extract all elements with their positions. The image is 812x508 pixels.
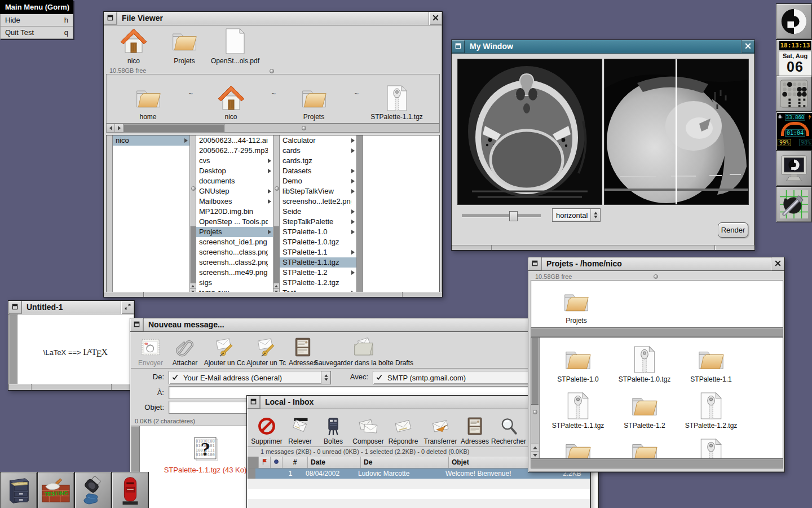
scroll-left-button[interactable] [107,124,115,132]
file-icon-cell[interactable] [545,438,611,459]
slider-knob[interactable] [509,211,518,221]
browser-item[interactable]: cvs [196,156,273,166]
dock-tile-clock[interactable]: 18:13:13 Sat, Aug 06 [776,40,812,78]
browser-item[interactable]: STPalette-1.2 [280,268,356,278]
toolbar-button[interactable]: Transferrer [421,410,460,445]
miniaturize-button[interactable] [528,257,542,270]
miniaturize-button[interactable] [452,40,465,53]
browser-item[interactable]: MP120D.img.bin [196,207,273,217]
browser-item[interactable]: screensho...lette2.png [280,196,356,207]
shelf-icon-cell[interactable]: Projets ~ [272,75,355,123]
toolbar-button[interactable]: Adresses [461,410,489,445]
horizontal-scrollbar[interactable] [531,459,783,468]
dock-tile-tools[interactable] [776,186,812,222]
dock-tile-battery[interactable]: 33.860 01:04 99% 98% [776,112,812,151]
browser-item[interactable]: Projets [196,227,273,237]
browser-item[interactable]: GNUstep [196,186,273,196]
browser-item[interactable]: screensho...class.png [196,247,273,257]
file-icon-cell[interactable]: STPalette-1.2 [611,392,678,438]
browser-item[interactable]: STPalette-1.1.tgz [280,257,356,268]
shelf-icon-cell[interactable]: home ~ [107,75,189,123]
file-icon-cell[interactable]: STPalette-1.1.tgz [545,392,611,438]
dock-tile-monitor[interactable] [776,150,812,186]
window-resize-bar[interactable] [452,245,754,250]
file-icon-cell[interactable]: OpenSt...ols.pdf [210,28,261,65]
flag-column-header[interactable] [259,457,271,468]
close-button[interactable] [771,257,784,270]
column-scrollbar[interactable] [190,135,196,294]
file-icon-cell[interactable] [611,438,678,459]
dock-tile-gnumail[interactable] [112,472,149,508]
toolbar-button[interactable]: Ajouter un Cc [203,333,246,367]
toolbar-button[interactable]: Sauvegarder dans la boîte Drafts [312,333,415,367]
browser-item[interactable]: screenshot_ide1.png [196,237,273,247]
browser-item[interactable]: Desktop [196,166,273,176]
browser-item[interactable]: STPalette-1.0.tgz [280,237,356,247]
projets-titlebar[interactable]: Projets - /home/nico [528,257,784,271]
untitled-titlebar[interactable]: Untitled-1 [8,301,134,314]
file-icon-cell[interactable]: STPalette-1.2.tgz [678,392,744,438]
date-column-header[interactable]: Date [308,457,361,468]
orientation-popup[interactable]: horizontal [552,208,601,222]
file-icon-cell[interactable]: STPalette-1.0.tgz [611,345,678,392]
toolbar-button[interactable]: Boîtes [319,410,348,445]
column-scrollbar[interactable] [273,135,280,294]
document-canvas[interactable]: \LaTeX ==> LATEX [17,314,134,384]
file-icon-cell[interactable]: STPalette-1.1 [678,345,744,392]
file-icon-cell[interactable] [678,438,744,459]
miniaturize-button[interactable] [8,301,22,314]
window-resize-bar[interactable] [104,292,442,297]
browser-item[interactable]: nico [113,135,189,146]
file-viewer-titlebar[interactable]: File Viewer [104,12,442,25]
browser-item[interactable]: sigs [196,278,273,288]
browser-item[interactable]: STPalette-1.1 [280,247,356,257]
toolbar-button[interactable]: Supprimer [251,410,283,445]
toolbar-button[interactable]: Ajouter un Tc [245,333,288,367]
scrollbar-thumb[interactable] [531,338,539,405]
browser-item[interactable]: screensh...me49.png [196,268,273,278]
dock-tile-dots[interactable] [776,76,812,112]
shelf-icon-cell[interactable]: STPalette-1.1.tgz [355,75,438,123]
browser-item[interactable]: 2005062...7-295.mp3 [196,146,273,156]
resize-dimple[interactable] [270,69,274,73]
file-icon-cell[interactable]: Projets [159,28,210,65]
browser-item[interactable]: STPalette-1.2.tgz [280,278,356,288]
browser-item[interactable]: STPalette-1.0 [280,227,356,237]
scrollbar-thumb[interactable] [123,124,224,132]
menu-title[interactable]: Main Menu (Gorm) [0,0,73,14]
scrollbar-arrows[interactable] [531,444,539,458]
file-icon-cell[interactable]: STPalette-1.0 [545,345,611,392]
dock-tile-gworkspace[interactable] [0,472,37,508]
dock-tile-ink[interactable] [74,472,112,508]
window-resize-bar[interactable] [8,384,134,390]
from-column-header[interactable]: De [361,457,449,468]
browser-item[interactable]: cards.tgz [280,156,356,166]
browser-item[interactable]: 20050623...44-112.aif [196,135,273,146]
browser-item[interactable]: documents [196,176,273,186]
browser-item[interactable]: screensh...class2.png [196,257,273,268]
close-button[interactable] [741,40,754,53]
column-scrollbar[interactable] [107,135,113,294]
vertical-scrollbar[interactable] [9,314,17,384]
toolbar-button[interactable]: Répondre [386,410,420,445]
scroll-up-button[interactable] [531,444,539,451]
menu-item[interactable]: Quit Test q [0,27,73,39]
miniaturize-button[interactable] [247,396,261,409]
resize-dimple[interactable] [654,274,658,279]
close-button[interactable] [121,301,134,314]
browser-item[interactable]: Datasets [280,166,356,176]
column-scrollbar[interactable] [357,135,363,294]
browser-item[interactable]: Seide [280,207,356,217]
opacity-slider[interactable] [462,211,541,220]
browser-item[interactable]: Calculator [280,135,356,146]
browser-item[interactable]: OpenStep ... Tools.pdf [196,217,273,227]
toolbar-button[interactable]: Composer [351,410,385,445]
from-popup[interactable]: Your E-Mail address (General) [169,371,331,384]
shelf-scrollbar[interactable] [106,124,440,133]
scroll-up-button[interactable] [273,283,279,288]
status-column-header[interactable] [271,457,283,468]
menu-item[interactable]: Hide h [0,14,73,27]
my-window-titlebar[interactable]: My Window [452,40,754,54]
browser-item[interactable]: Demo [280,176,356,186]
toolbar-button[interactable]: 40 Envoyer [134,333,167,367]
